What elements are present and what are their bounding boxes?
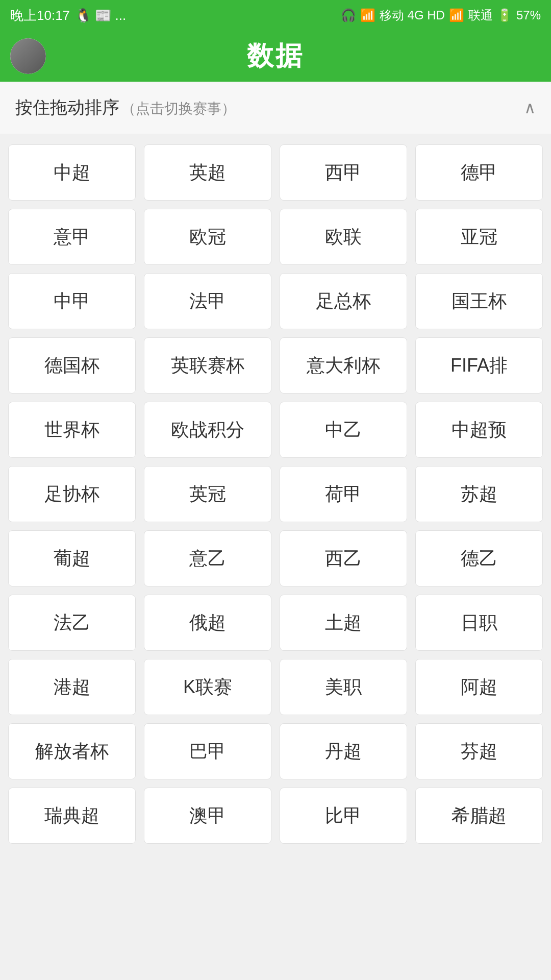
league-item[interactable]: 芬超 xyxy=(415,723,543,779)
league-item[interactable]: K联赛 xyxy=(144,659,271,715)
league-item[interactable]: 澳甲 xyxy=(144,788,271,844)
league-item[interactable]: 英超 xyxy=(144,144,271,201)
battery-icon: 🔋 xyxy=(497,8,512,22)
league-item[interactable]: 巴甲 xyxy=(144,723,271,779)
league-item[interactable]: 中超预 xyxy=(415,402,543,458)
league-item[interactable]: 英联赛杯 xyxy=(144,337,271,394)
league-item[interactable]: 丹超 xyxy=(280,723,407,779)
league-item[interactable]: 中乙 xyxy=(280,402,407,458)
status-indicators: 🎧 📶 移动 4G HD 📶 联通 🔋 57% xyxy=(341,7,541,23)
league-item[interactable]: 欧冠 xyxy=(144,209,271,265)
league-item[interactable]: 德乙 xyxy=(415,530,543,586)
league-item[interactable]: 葡超 xyxy=(8,530,136,586)
status-bar: 晚上10:17 🐧 📰 ... 🎧 📶 移动 4G HD 📶 联通 🔋 57% xyxy=(0,0,551,31)
league-item[interactable]: 比甲 xyxy=(280,788,407,844)
league-item[interactable]: FIFA排 xyxy=(415,337,543,394)
league-item[interactable]: 亚冠 xyxy=(415,209,543,265)
league-item[interactable]: 法乙 xyxy=(8,595,136,651)
sort-bar[interactable]: 按住拖动排序 （点击切换赛事） ∧ xyxy=(0,82,551,134)
league-item[interactable]: 阿超 xyxy=(415,659,543,715)
league-item[interactable]: 西乙 xyxy=(280,530,407,586)
notification-icons: 🐧 📰 ... xyxy=(75,8,126,23)
league-item[interactable]: 德甲 xyxy=(415,144,543,201)
league-item[interactable]: 西甲 xyxy=(280,144,407,201)
league-item[interactable]: 法甲 xyxy=(144,273,271,329)
league-grid: 中超英超西甲德甲意甲欧冠欧联亚冠中甲法甲足总杯国王杯德国杯英联赛杯意大利杯FIF… xyxy=(0,134,551,854)
league-item[interactable]: 欧战积分 xyxy=(144,402,271,458)
league-item[interactable]: 意乙 xyxy=(144,530,271,586)
carrier-name: 联通 xyxy=(468,7,493,23)
user-avatar[interactable] xyxy=(10,38,46,74)
league-item[interactable]: 足总杯 xyxy=(280,273,407,329)
network-info: 移动 4G HD xyxy=(380,7,445,23)
league-item[interactable]: 荷甲 xyxy=(280,466,407,522)
app-header: 数据 xyxy=(0,31,551,82)
league-item[interactable]: 解放者杯 xyxy=(8,723,136,779)
league-item[interactable]: 日职 xyxy=(415,595,543,651)
league-item[interactable]: 俄超 xyxy=(144,595,271,651)
page-title: 数据 xyxy=(247,38,304,74)
league-item[interactable]: 美职 xyxy=(280,659,407,715)
league-item[interactable]: 足协杯 xyxy=(8,466,136,522)
league-item[interactable]: 瑞典超 xyxy=(8,788,136,844)
league-item[interactable]: 意甲 xyxy=(8,209,136,265)
league-item[interactable]: 苏超 xyxy=(415,466,543,522)
sort-sub-text: （点击切换赛事） xyxy=(121,101,236,116)
sort-bar-content: 按住拖动排序 （点击切换赛事） xyxy=(15,96,236,119)
league-item[interactable]: 希腊超 xyxy=(415,788,543,844)
league-item[interactable]: 港超 xyxy=(8,659,136,715)
league-item[interactable]: 欧联 xyxy=(280,209,407,265)
league-item[interactable]: 德国杯 xyxy=(8,337,136,394)
league-item[interactable]: 国王杯 xyxy=(415,273,543,329)
league-item[interactable]: 中超 xyxy=(8,144,136,201)
league-item[interactable]: 意大利杯 xyxy=(280,337,407,394)
battery-level: 57% xyxy=(516,8,541,22)
league-item[interactable]: 世界杯 xyxy=(8,402,136,458)
league-item[interactable]: 中甲 xyxy=(8,273,136,329)
avatar-image xyxy=(10,38,46,74)
league-item[interactable]: 土超 xyxy=(280,595,407,651)
carrier-signal: 📶 xyxy=(449,8,464,22)
chevron-up-icon[interactable]: ∧ xyxy=(524,98,536,117)
time-display: 晚上10:17 xyxy=(10,7,70,24)
signal-icons: 📶 xyxy=(360,8,375,22)
sort-main-text: 按住拖动排序 xyxy=(15,97,119,117)
headphone-icon: 🎧 xyxy=(341,8,356,22)
league-item[interactable]: 英冠 xyxy=(144,466,271,522)
status-time: 晚上10:17 🐧 📰 ... xyxy=(10,7,126,24)
